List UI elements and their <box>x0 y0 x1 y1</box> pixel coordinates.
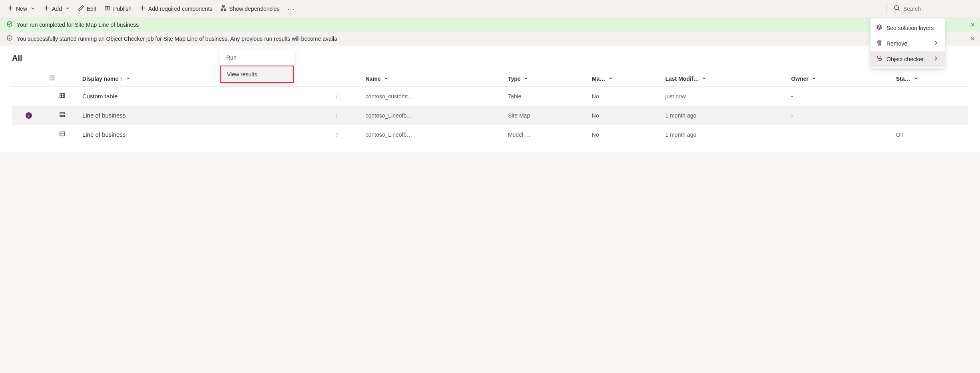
remove-item[interactable]: Remove <box>870 36 945 51</box>
owner-column[interactable]: Owner <box>788 71 892 87</box>
object-checker-label: Object checker <box>886 56 924 62</box>
add-button[interactable]: Add <box>39 2 74 16</box>
chevron-right-icon <box>933 55 939 63</box>
add-required-button[interactable]: Add required components <box>135 2 216 16</box>
svg-rect-11 <box>60 132 65 136</box>
search-box[interactable] <box>889 5 977 12</box>
remove-label: Remove <box>886 40 907 47</box>
chevron-down-icon <box>522 76 529 82</box>
publish-icon <box>104 5 111 12</box>
chevron-down-icon <box>607 76 613 82</box>
status-column[interactable]: Sta… <box>893 71 968 87</box>
close-notification-button[interactable]: ✕ <box>970 22 975 28</box>
type-header: Type <box>508 76 521 82</box>
divider <box>886 3 886 14</box>
success-notification: Your run completed for Site Map Line of … <box>0 18 980 32</box>
chevron-down-icon <box>382 76 389 82</box>
add-required-label: Add required components <box>148 6 212 12</box>
show-dependencies-button[interactable]: Show dependencies <box>216 2 283 16</box>
search-icon <box>894 5 900 12</box>
row-type-icon <box>46 125 79 144</box>
page-title: All <box>12 54 968 63</box>
new-label: New <box>16 6 27 12</box>
info-text: You successfully started running an Obje… <box>17 36 337 42</box>
highlight-box: View results <box>220 66 294 83</box>
svg-rect-9 <box>60 116 62 117</box>
checkmark-circle-icon <box>6 21 13 28</box>
row-display-name[interactable]: Line of business <box>79 125 331 144</box>
row-last-modified: just now <box>662 87 788 106</box>
row-last-modified: 1 month ago <box>662 106 788 125</box>
row-type: Table <box>505 87 589 106</box>
hierarchy-icon <box>220 5 227 12</box>
row-checkbox[interactable]: ✓ <box>12 106 46 125</box>
row-display-name[interactable]: Line of business <box>79 106 331 125</box>
row-managed: No <box>589 87 662 106</box>
edit-button[interactable]: Edit <box>74 2 100 16</box>
managed-header: Ma… <box>592 76 605 82</box>
row-display-name[interactable]: Custom table <box>79 87 331 106</box>
chevron-down-icon <box>65 6 70 12</box>
more-commands-button[interactable]: ⋯ <box>283 4 299 13</box>
actions-column <box>331 71 363 87</box>
row-last-modified: 1 month ago <box>662 125 788 144</box>
table-row[interactable]: Line of business⋮contoso_Lineofb…Model-…… <box>12 125 968 144</box>
table-row[interactable]: Custom table⋮contoso_customt…TableNojust… <box>12 87 968 106</box>
chevron-down-icon <box>701 76 707 82</box>
row-name: contoso_customt… <box>362 87 504 106</box>
show-deps-label: Show dependencies <box>229 6 279 12</box>
row-status <box>893 106 968 125</box>
status-header: Sta… <box>896 76 910 82</box>
name-column[interactable]: Name <box>362 71 504 87</box>
row-checkbox[interactable] <box>12 125 46 144</box>
select-all-column[interactable] <box>12 71 46 87</box>
chevron-down-icon <box>912 76 918 82</box>
command-bar: New Add Edit Publish Add required compon… <box>0 0 980 18</box>
plus-icon <box>139 5 146 12</box>
publish-button[interactable]: Publish <box>100 2 135 16</box>
last-modified-column[interactable]: Last Modif… <box>662 71 788 87</box>
row-type-icon <box>46 87 79 106</box>
run-item[interactable]: Run <box>220 50 294 66</box>
row-actions-button[interactable]: ⋮ <box>331 87 363 106</box>
sort-up-icon: ↑ <box>120 76 123 82</box>
publish-label: Publish <box>113 6 131 12</box>
row-checkbox[interactable] <box>12 87 46 106</box>
new-button[interactable]: New <box>3 2 39 16</box>
table-row[interactable]: ✓Line of business⋮contoso_Lineofb…Site M… <box>12 106 968 125</box>
plus-icon <box>7 5 14 12</box>
view-results-label: View results <box>227 71 257 78</box>
object-checker-submenu: Run View results <box>220 50 294 83</box>
svg-point-12 <box>881 58 882 60</box>
search-input[interactable] <box>903 6 972 12</box>
plus-icon <box>43 5 50 12</box>
row-owner: - <box>788 125 892 144</box>
chevron-down-icon <box>126 76 131 82</box>
row-type: Site Map <box>505 106 589 125</box>
row-actions-button[interactable]: ⋮ <box>331 106 363 125</box>
see-solution-layers-item[interactable]: See solution layers <box>870 20 945 36</box>
last-modified-header: Last Modif… <box>665 76 699 82</box>
managed-column[interactable]: Ma… <box>589 71 662 87</box>
row-status: On <box>893 125 968 144</box>
pencil-icon <box>78 5 84 12</box>
trash-icon <box>876 40 882 47</box>
row-type-icon <box>46 106 79 125</box>
svg-rect-8 <box>60 113 65 114</box>
close-notification-button[interactable]: ✕ <box>970 36 975 42</box>
row-actions-button[interactable]: ⋮ <box>331 125 363 144</box>
type-column[interactable]: Type <box>505 71 589 87</box>
display-name-header: Display name <box>82 76 118 82</box>
object-checker-item[interactable]: Object checker <box>870 51 945 67</box>
see-layers-label: See solution layers <box>886 25 934 31</box>
row-name: contoso_Lineofb… <box>362 125 504 144</box>
view-results-item[interactable]: View results <box>221 66 293 82</box>
info-circle-icon <box>6 35 13 42</box>
row-name: contoso_Lineofb… <box>362 106 504 125</box>
success-text: Your run completed for Site Map Line of … <box>17 22 139 28</box>
row-managed: No <box>589 106 662 125</box>
run-label: Run <box>226 54 237 61</box>
edit-label: Edit <box>87 6 96 12</box>
row-context-menu: See solution layers Remove Object checke… <box>870 18 945 68</box>
stethoscope-icon <box>876 55 882 63</box>
